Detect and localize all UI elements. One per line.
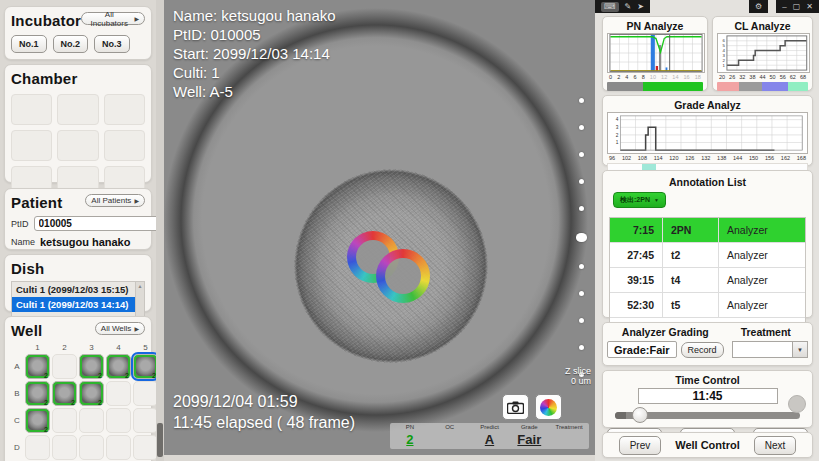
well-cell-d4[interactable] bbox=[106, 435, 131, 460]
record-indicator-button[interactable] bbox=[788, 395, 806, 413]
gear-icon[interactable]: ⚙ bbox=[755, 3, 762, 11]
chamber-slot[interactable] bbox=[11, 130, 52, 161]
z-slice-dot[interactable] bbox=[579, 206, 584, 211]
chamber-slot[interactable] bbox=[104, 94, 145, 125]
minimize-icon[interactable]: – bbox=[782, 3, 786, 11]
overlay-info-line: Culti: 1 bbox=[173, 63, 336, 82]
well-control-panel: Prev Well Control Next bbox=[602, 432, 813, 458]
well-cell-d5[interactable] bbox=[133, 435, 158, 460]
pn-count-badge: 2 bbox=[44, 426, 48, 433]
well-cell-d3[interactable] bbox=[79, 435, 104, 460]
z-slice-dot[interactable] bbox=[579, 152, 584, 157]
dish-item[interactable]: Culti 1 (2099/12/03 15:15) bbox=[12, 282, 144, 297]
z-slice-dot[interactable] bbox=[579, 318, 584, 323]
left-scrollbar[interactable] bbox=[156, 0, 164, 461]
annotation-title: Annotation List bbox=[607, 176, 808, 188]
record-button[interactable]: Record bbox=[681, 342, 724, 358]
well-col-header: 5 bbox=[143, 343, 147, 352]
well-cell-c4[interactable] bbox=[106, 408, 131, 433]
z-slice-dot[interactable] bbox=[579, 98, 584, 103]
grading-panel: Analyzer Grading Grade:Fair Record Treat… bbox=[602, 322, 813, 366]
window-controls: – ▢ ✕ bbox=[776, 0, 819, 13]
pn-count-badge: 2 bbox=[98, 399, 102, 406]
all-incubators-label: All Incubators bbox=[87, 10, 131, 28]
well-cell-c3[interactable] bbox=[79, 408, 104, 433]
color-overlay-button[interactable] bbox=[535, 394, 562, 420]
chamber-slot[interactable] bbox=[11, 94, 52, 125]
well-cell-b2[interactable]: 2 bbox=[52, 381, 77, 406]
annotation-row[interactable]: 27:45t2Analyzer bbox=[610, 243, 805, 268]
chamber-slot[interactable] bbox=[104, 130, 145, 161]
all-wells-label: All Wells bbox=[101, 324, 132, 333]
well-row-header: D bbox=[14, 443, 20, 452]
close-icon[interactable]: ✕ bbox=[806, 3, 813, 11]
well-cell-d1[interactable] bbox=[25, 435, 50, 460]
cl-phase-bar bbox=[717, 82, 808, 91]
grade-analyze-chart: 1234 bbox=[607, 112, 808, 154]
svg-text:3: 3 bbox=[723, 53, 726, 58]
svg-text:4: 4 bbox=[616, 117, 619, 122]
well-cell-a3[interactable]: 2 bbox=[79, 354, 104, 379]
svg-text:2: 2 bbox=[616, 133, 619, 138]
all-patients-label: All Patients bbox=[91, 196, 131, 205]
snapshot-button[interactable] bbox=[502, 394, 529, 420]
well-grid: 12345A2222B222C2DE bbox=[11, 343, 145, 461]
well-cell-a5[interactable]: 2 bbox=[133, 354, 158, 379]
maximize-icon[interactable]: ▢ bbox=[793, 3, 801, 11]
pn-count-badge: 2 bbox=[71, 399, 75, 406]
scroll-up-icon[interactable]: ▲ bbox=[138, 283, 143, 289]
annotation-row[interactable]: 52:30t5Analyzer bbox=[610, 293, 805, 318]
well-cell-b5[interactable] bbox=[133, 381, 158, 406]
z-slice-label: Z slice 0 um bbox=[565, 366, 591, 386]
annotation-row[interactable]: 7:152PNAnalyzer bbox=[610, 218, 805, 243]
overlay-info-line: Start: 2099/12/03 14:14 bbox=[173, 44, 336, 63]
well-cell-c2[interactable] bbox=[52, 408, 77, 433]
edit-icon[interactable]: ✎ bbox=[625, 3, 632, 11]
well-cell-b4[interactable] bbox=[106, 381, 131, 406]
well-cell-a2[interactable] bbox=[52, 354, 77, 379]
z-slice-dot[interactable] bbox=[579, 291, 584, 296]
chamber-slot[interactable] bbox=[57, 130, 98, 161]
annotation-filter-dropdown[interactable]: 検出:2PN ▼ bbox=[613, 192, 666, 208]
annotation-row[interactable]: 39:15t4Analyzer bbox=[610, 268, 805, 293]
z-slice-dot[interactable] bbox=[579, 125, 584, 130]
slider-thumb[interactable] bbox=[632, 407, 648, 423]
well-cell-b1[interactable]: 2 bbox=[25, 381, 50, 406]
z-slice-dot[interactable] bbox=[576, 233, 587, 242]
svg-text:3: 3 bbox=[616, 125, 619, 130]
patient-title: Patient bbox=[11, 194, 62, 211]
grade-x-axis: 96102108114120126132138144150156162168 bbox=[607, 155, 808, 161]
treatment-select[interactable]: ▼ bbox=[732, 341, 808, 358]
z-slice-dot[interactable] bbox=[579, 179, 584, 184]
chevron-right-icon: ▶ bbox=[134, 325, 139, 332]
pn-count-badge: 2 bbox=[98, 372, 102, 379]
well-cell-a4[interactable]: 2 bbox=[106, 354, 131, 379]
z-slice-dot[interactable] bbox=[579, 345, 584, 350]
all-incubators-dropdown[interactable]: All Incubators ▶ bbox=[81, 12, 145, 25]
keyboard-icon[interactable]: ⌨ bbox=[601, 2, 619, 12]
incubator-button-no2[interactable]: No.2 bbox=[53, 35, 89, 53]
well-cell-a1[interactable]: 2 bbox=[25, 354, 50, 379]
scrollbar-thumb[interactable] bbox=[157, 423, 163, 457]
prev-well-button[interactable]: Prev bbox=[619, 436, 662, 455]
embryo-statusbar: PN2OCPredictAGradeFairTreatment bbox=[390, 423, 589, 449]
well-cell-c5[interactable] bbox=[133, 408, 158, 433]
chevron-down-icon[interactable]: ▼ bbox=[792, 341, 808, 358]
time-slider[interactable] bbox=[615, 412, 800, 419]
well-cell-b3[interactable]: 2 bbox=[79, 381, 104, 406]
z-slice-dots[interactable] bbox=[575, 98, 587, 399]
all-wells-dropdown[interactable]: All Wells ▶ bbox=[95, 322, 145, 335]
dish-item[interactable]: Culti 1 (2099/12/03 14:14) bbox=[12, 297, 144, 312]
all-patients-dropdown[interactable]: All Patients ▶ bbox=[85, 194, 145, 207]
well-cell-c1[interactable]: 2 bbox=[25, 408, 50, 433]
z-slice-dot[interactable] bbox=[579, 264, 584, 269]
chamber-slot[interactable] bbox=[57, 94, 98, 125]
camera-icon bbox=[507, 401, 524, 414]
svg-text:5: 5 bbox=[723, 43, 726, 48]
microscope-viewer[interactable]: Name: ketsugou hanakoPtID: 010005Start: … bbox=[164, 0, 595, 455]
next-well-button[interactable]: Next bbox=[754, 436, 797, 455]
well-cell-d2[interactable] bbox=[52, 435, 77, 460]
pointer-icon[interactable]: ➤ bbox=[637, 3, 644, 11]
incubator-button-no1[interactable]: No.1 bbox=[11, 35, 47, 53]
incubator-button-no3[interactable]: No.3 bbox=[94, 35, 130, 53]
